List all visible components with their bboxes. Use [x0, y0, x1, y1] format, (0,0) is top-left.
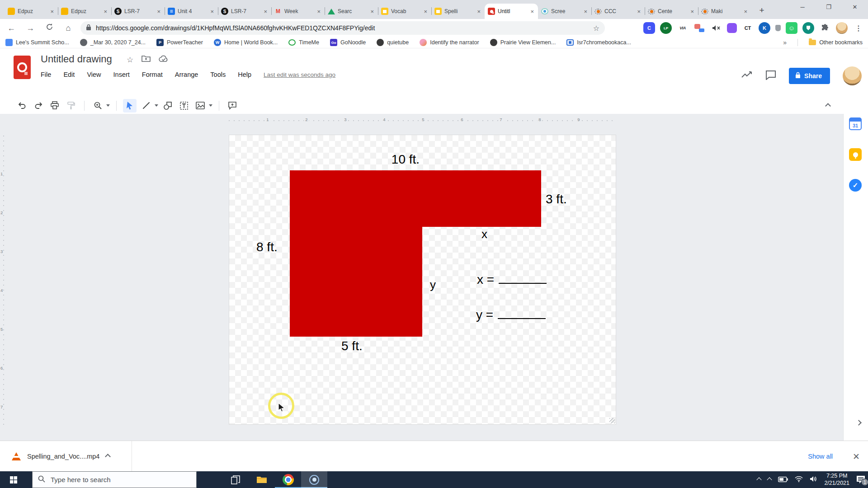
tab-close-icon[interactable]: × [369, 8, 375, 15]
download-filename[interactable]: Spelling_and_Voc....mp4 [27, 453, 99, 460]
drawing-page[interactable]: 10 ft. 3 ft. x 8 ft. y 5 ft. x = y = [229, 135, 616, 425]
tab-close-icon[interactable]: × [156, 8, 161, 15]
tray-chevron-icon[interactable] [757, 477, 762, 482]
bookmark-item[interactable]: _Mar 30, 2020 7_24... [80, 39, 146, 46]
answer-line-y[interactable]: y = [476, 308, 546, 322]
print-button[interactable] [48, 99, 61, 113]
purple-extension-icon[interactable] [727, 23, 737, 33]
wifi-icon[interactable] [795, 476, 803, 484]
activity-trend-icon[interactable] [741, 70, 753, 81]
menu-insert[interactable]: Insert [113, 71, 130, 78]
tab-schoology-2[interactable]: LSR-7× [218, 4, 271, 19]
tray-chevron-icon[interactable] [767, 477, 772, 482]
menu-tools[interactable]: Tools [210, 71, 226, 78]
browser-menu-kebab[interactable] [853, 22, 864, 34]
maximize-button[interactable]: ❐ [816, 0, 842, 14]
image-dropdown-caret[interactable] [209, 104, 212, 107]
tab-close-icon[interactable]: × [689, 8, 695, 15]
dimension-label-x[interactable]: x [481, 228, 487, 240]
tab-screencastify[interactable]: Scree× [538, 4, 591, 19]
bookmark-item[interactable]: GoNoodle [330, 39, 366, 46]
zoom-dropdown-caret[interactable] [106, 104, 110, 107]
minimize-button[interactable]: ─ [789, 0, 816, 14]
tab-slides-2[interactable]: Spelli× [431, 4, 485, 19]
dimension-label-top[interactable]: 10 ft. [365, 153, 446, 166]
tab-close-icon[interactable]: × [636, 8, 642, 15]
menu-view[interactable]: View [87, 71, 101, 78]
bookmark-item[interactable]: PowerTeacher [156, 39, 203, 46]
google-drawings-logo[interactable] [14, 56, 31, 79]
tab-maki[interactable]: Maki× [698, 4, 751, 19]
notification-center-button[interactable]: 1 [856, 475, 865, 484]
battery-icon[interactable] [778, 476, 788, 484]
tab-close-icon[interactable]: × [583, 8, 588, 15]
dimension-label-y[interactable]: y [430, 279, 436, 291]
mute-tab-icon[interactable] [710, 22, 722, 34]
download-menu-chevron[interactable] [105, 454, 111, 460]
url-text[interactable]: https://docs.google.com/drawings/d/1KHpf… [96, 24, 589, 32]
zoom-button[interactable] [91, 99, 104, 113]
menu-edit[interactable]: Edit [63, 71, 75, 78]
close-downloads-bar-icon[interactable]: ✕ [853, 451, 860, 462]
bookmark-item[interactable]: Prairie View Elemen... [490, 39, 556, 46]
reload-icon[interactable] [44, 23, 54, 33]
shape-tool-button[interactable] [161, 99, 175, 113]
calendar-icon[interactable] [849, 117, 862, 130]
tab-cente[interactable]: Cente× [645, 4, 698, 19]
other-bookmarks-button[interactable]: Other bookmarks [809, 39, 863, 46]
star-document-icon[interactable]: ☆ [127, 55, 133, 65]
task-view-button[interactable] [222, 471, 249, 488]
add-comment-button[interactable] [226, 99, 239, 113]
comment-icon[interactable] [765, 70, 776, 82]
menu-arrange[interactable]: Arrange [175, 71, 198, 78]
undo-button[interactable] [15, 99, 29, 113]
profile-avatar[interactable] [836, 22, 848, 34]
forward-icon[interactable]: → [25, 23, 35, 33]
cloud-saved-icon[interactable] [159, 55, 169, 65]
dimension-label-left[interactable]: 8 ft. [256, 241, 278, 253]
tab-close-icon[interactable]: × [263, 8, 268, 15]
share-button[interactable]: Share [789, 68, 830, 84]
paint-format-button[interactable] [64, 99, 78, 113]
last-edit-link[interactable]: Last edit was seconds ago [264, 71, 335, 78]
bookmark-item[interactable]: lsr7chromebookaca... [566, 39, 631, 46]
tab-close-icon[interactable]: × [476, 8, 481, 15]
bookmarks-overflow-chevron[interactable]: » [783, 39, 787, 46]
ct-extension-icon[interactable] [742, 22, 754, 34]
dimension-label-right[interactable]: 3 ft. [546, 193, 567, 206]
text-box-button[interactable] [177, 99, 191, 113]
back-icon[interactable]: ← [6, 23, 16, 33]
select-tool-button[interactable] [123, 99, 137, 113]
bookmark-star-icon[interactable]: ☆ [593, 24, 599, 33]
download-item[interactable]: Spelling_and_Voc....mp4 [0, 441, 132, 472]
tab-edpuzzle[interactable]: Edpuz× [5, 4, 58, 19]
tab-schoology[interactable]: LSR-7× [111, 4, 165, 19]
bookmark-item[interactable]: Home | World Book... [214, 39, 278, 46]
tab-slides[interactable]: Vocab× [378, 4, 431, 19]
bitmoji-icon[interactable] [786, 22, 797, 34]
volume-icon[interactable] [810, 476, 817, 484]
home-icon[interactable]: ⌂ [63, 23, 73, 33]
document-title[interactable]: Untitled drawing [41, 53, 112, 65]
taskbar-search-input[interactable]: Type here to search [32, 471, 197, 488]
expand-panel-chevron[interactable] [852, 416, 865, 429]
address-bar[interactable]: https://docs.google.com/drawings/d/1KHpf… [80, 21, 605, 35]
tab-close-icon[interactable]: × [529, 8, 535, 15]
file-explorer-button[interactable] [249, 471, 275, 488]
chrome-taskbar-button[interactable] [275, 471, 301, 488]
tab-close-icon[interactable]: × [743, 8, 748, 15]
answer-y-blank[interactable] [498, 308, 546, 319]
blue-c-extension-icon[interactable] [643, 22, 655, 34]
bookmark-item[interactable]: Lee's Summit Scho... [5, 39, 69, 46]
bookmark-item[interactable]: TimeMe [288, 39, 319, 46]
tab-close-icon[interactable]: × [209, 8, 215, 15]
tab-close-icon[interactable]: × [49, 8, 55, 15]
page-resize-handle[interactable] [609, 418, 615, 423]
new-tab-button[interactable]: + [756, 5, 768, 16]
tab-drawings-active[interactable]: Untitl× [485, 4, 538, 19]
close-window-button[interactable]: ✕ [842, 0, 868, 14]
taskbar-clock[interactable]: 7:25 PM 2/21/2021 [824, 473, 849, 487]
menu-file[interactable]: File [41, 71, 51, 78]
line-dropdown-caret[interactable] [155, 104, 158, 107]
collapse-toolbar-chevron[interactable] [826, 102, 830, 110]
